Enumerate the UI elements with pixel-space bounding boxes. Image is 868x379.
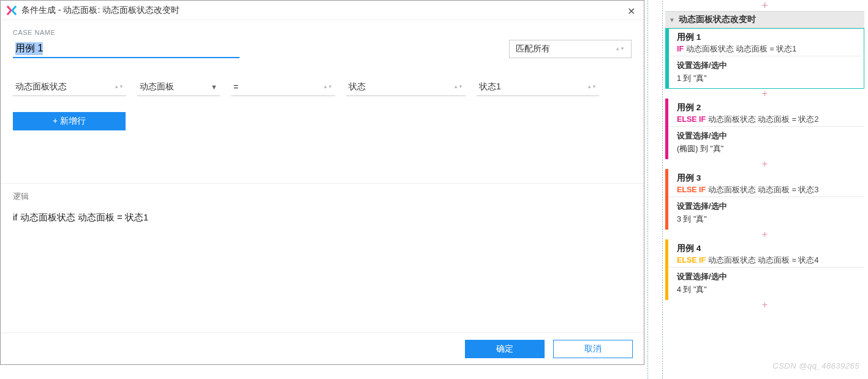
ok-button[interactable]: 确定 — [465, 340, 545, 358]
watermark: CSDN @qq_48639265 — [772, 361, 859, 370]
cancel-button[interactable]: 取消 — [553, 340, 633, 358]
logic-text: if 动态面板状态 动态面板 = 状态1 — [13, 212, 632, 223]
dialog-button-bar: 确定 取消 — [1, 332, 644, 364]
action-detail: 3 到 "真" — [677, 214, 857, 225]
case-condition: IF 动态面板状态 动态面板 = 状态1 — [677, 44, 857, 54]
action-detail: 1 到 "真" — [677, 73, 857, 84]
app-logo-icon — [7, 6, 17, 15]
case-title: 用例 4 — [677, 243, 857, 254]
cond-operator-select[interactable]: =▲▼ — [231, 78, 335, 96]
add-case-button[interactable]: + — [665, 159, 864, 169]
interactions-panel: + ▼ 动态面板状态改变时 用例 1IF 动态面板状态 动态面板 = 状态1设置… — [647, 0, 868, 379]
add-case-button[interactable]: + — [665, 230, 864, 239]
condition-row: 动态面板状态▲▼ 动态面板▼ =▲▼ 状态▲▼ 状态1▲▼ — [13, 78, 632, 96]
condition-builder-dialog: 条件生成 - 动态面板: 动态面板状态改变时 ✕ CASE NAME 匹配所有 … — [0, 0, 644, 365]
case-name-input[interactable] — [13, 40, 240, 58]
cond-value-type-select[interactable]: 状态▲▼ — [346, 78, 466, 96]
case-title: 用例 2 — [677, 102, 857, 113]
add-case-button[interactable]: + — [665, 300, 864, 310]
case-condition: ELSE IF 动态面板状态 动态面板 = 状态4 — [677, 255, 857, 266]
case-title: 用例 1 — [677, 32, 857, 43]
case-condition: ELSE IF 动态面板状态 动态面板 = 状态2 — [677, 114, 857, 125]
case-block[interactable]: 用例 3ELSE IF 动态面板状态 动态面板 = 状态3设置选择/选中3 到 … — [665, 169, 864, 230]
case-header: 用例 2ELSE IF 动态面板状态 动态面板 = 状态2 — [668, 99, 864, 126]
action-title: 设置选择/选中 — [677, 60, 857, 71]
triangle-down-icon: ▼ — [211, 83, 217, 91]
dialog-title: 条件生成 - 动态面板: 动态面板状态改变时 — [21, 5, 179, 16]
case-body: 设置选择/选中3 到 "真" — [668, 197, 864, 230]
action-title: 设置选择/选中 — [677, 201, 857, 212]
case-name-label: CASE NAME — [13, 29, 632, 36]
logic-section: 逻辑 if 动态面板状态 动态面板 = 状态1 — [1, 183, 644, 332]
cond-value-select[interactable]: 状态1▲▼ — [477, 78, 599, 96]
add-row-button[interactable]: + 新增行 — [13, 112, 126, 130]
ruler-gutter — [647, 0, 664, 379]
logic-label: 逻辑 — [13, 191, 632, 202]
case-condition: ELSE IF 动态面板状态 动态面板 = 状态3 — [677, 185, 857, 195]
updown-icon: ▲▼ — [114, 85, 124, 89]
match-select-value: 匹配所有 — [516, 43, 550, 54]
case-header: 用例 3ELSE IF 动态面板状态 动态面板 = 状态3 — [668, 169, 864, 197]
action-title: 设置选择/选中 — [677, 130, 857, 141]
case-header: 用例 4ELSE IF 动态面板状态 动态面板 = 状态4 — [668, 239, 864, 267]
event-header[interactable]: ▼ 动态面板状态改变时 — [665, 11, 864, 28]
case-block[interactable]: 用例 4ELSE IF 动态面板状态 动态面板 = 状态4设置选择/选中4 到 … — [665, 239, 864, 300]
case-header: 用例 1IF 动态面板状态 动态面板 = 状态1 — [668, 28, 864, 56]
case-block[interactable]: 用例 2ELSE IF 动态面板状态 动态面板 = 状态2设置选择/选中(椭圆)… — [665, 99, 864, 159]
action-title: 设置选择/选中 — [677, 271, 857, 282]
case-title: 用例 3 — [677, 173, 857, 184]
dialog-titlebar: 条件生成 - 动态面板: 动态面板状态改变时 ✕ — [1, 1, 644, 20]
cond-widget-select[interactable]: 动态面板▼ — [137, 78, 220, 96]
case-body: 设置选择/选中1 到 "真" — [668, 56, 864, 89]
action-detail: (椭圆) 到 "真" — [677, 144, 857, 154]
disclosure-triangle-icon: ▼ — [669, 17, 675, 23]
case-body: 设置选择/选中(椭圆) 到 "真" — [668, 126, 864, 159]
case-block[interactable]: 用例 1IF 动态面板状态 动态面板 = 状态1设置选择/选中1 到 "真" — [665, 28, 864, 89]
cond-field-type-select[interactable]: 动态面板状态▲▼ — [13, 78, 126, 96]
updown-icon: ▲▼ — [323, 85, 333, 89]
updown-icon: ▲▼ — [453, 85, 463, 89]
updown-icon: ▲▼ — [615, 47, 625, 51]
add-event-button[interactable]: + — [665, 0, 864, 11]
action-detail: 4 到 "真" — [677, 285, 857, 295]
match-select[interactable]: 匹配所有 ▲▼ — [509, 40, 632, 58]
updown-icon: ▲▼ — [587, 85, 597, 89]
case-body: 设置选择/选中4 到 "真" — [668, 267, 864, 300]
close-icon[interactable]: ✕ — [624, 4, 639, 18]
add-case-button[interactable]: + — [665, 89, 864, 99]
